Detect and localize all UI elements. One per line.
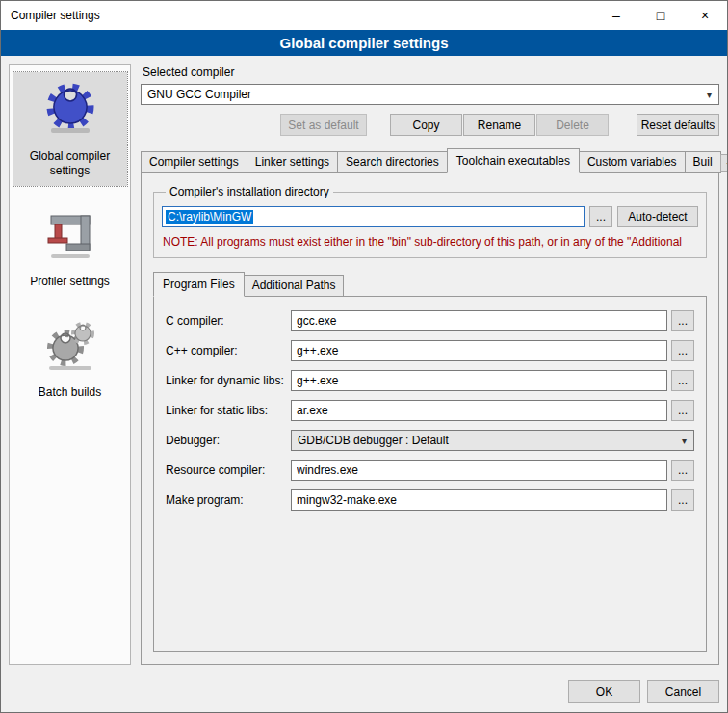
cancel-button[interactable]: Cancel: [647, 680, 719, 703]
maximize-button[interactable]: □: [638, 1, 683, 30]
c-compiler-input[interactable]: [291, 310, 667, 331]
dialog-footer: OK Cancel: [1, 673, 727, 712]
sidebar-item-label: Batch builds: [39, 385, 101, 400]
compiler-settings-window: Compiler settings – □ × Global compiler …: [0, 0, 728, 713]
dialog-body: Global compiler settings Profiler settin…: [1, 56, 727, 673]
program-files-tab-bar: Program Files Additional Paths: [153, 272, 707, 297]
dialog-header-title: Global compiler settings: [1, 30, 727, 56]
sidebar-item-profiler-settings[interactable]: Profiler settings: [13, 198, 127, 297]
c-compiler-browse-button[interactable]: ...: [671, 310, 694, 331]
sidebar-item-label: Profiler settings: [30, 275, 110, 289]
selected-compiler-value: GNU GCC Compiler: [147, 88, 251, 101]
blue-gear-icon: [39, 78, 101, 140]
settings-tab-bar: Compiler settings Linker settings Search…: [141, 148, 719, 173]
reset-defaults-button[interactable]: Reset defaults: [637, 114, 719, 136]
tab-custom-variables[interactable]: Custom variables: [579, 151, 686, 173]
window-title: Compiler settings: [1, 9, 100, 22]
sidebar-item-global-compiler-settings[interactable]: Global compiler settings: [13, 72, 127, 186]
window-controls: – □ ×: [594, 1, 727, 30]
installation-directory-input[interactable]: C:\raylib\MinGW: [162, 206, 585, 227]
tab-additional-paths[interactable]: Additional Paths: [244, 275, 345, 297]
chevron-down-icon: ▾: [707, 90, 712, 100]
static-linker-browse-button[interactable]: ...: [671, 400, 694, 421]
resource-compiler-browse-button[interactable]: ...: [671, 460, 694, 481]
ok-button[interactable]: OK: [568, 680, 640, 703]
resource-compiler-input[interactable]: [291, 460, 667, 481]
tab-program-files[interactable]: Program Files: [153, 272, 245, 297]
settings-category-sidebar: Global compiler settings Profiler settin…: [9, 64, 131, 665]
toolchain-fields: C compiler: ... C++ compiler: ... Linker…: [166, 310, 694, 511]
installation-directory-group-title: Compiler's installation directory: [166, 185, 333, 198]
installation-directory-value: C:\raylib\MinGW: [166, 210, 253, 224]
sidebar-item-label: Global compiler settings: [15, 149, 125, 178]
resource-compiler-label: Resource compiler:: [166, 463, 289, 477]
rename-button[interactable]: Rename: [463, 114, 535, 136]
copy-button[interactable]: Copy: [390, 114, 462, 136]
tab-build-options-truncated[interactable]: Buil: [685, 151, 721, 173]
debugger-label: Debugger:: [166, 434, 289, 447]
tab-search-directories[interactable]: Search directories: [337, 151, 448, 173]
selected-compiler-label: Selected compiler: [143, 66, 719, 79]
dynamic-linker-input[interactable]: [291, 370, 667, 391]
main-content: Selected compiler GNU GCC Compiler ▾ Set…: [141, 64, 719, 665]
make-program-input[interactable]: [291, 489, 667, 511]
close-button[interactable]: ×: [683, 1, 727, 30]
debugger-dropdown[interactable]: GDB/CDB debugger : Default ▾: [291, 430, 694, 451]
cpp-compiler-input[interactable]: [291, 340, 667, 361]
program-files-panel: C compiler: ... C++ compiler: ... Linker…: [153, 296, 707, 652]
tab-scroll-left-button[interactable]: ◄: [720, 154, 727, 172]
compiler-action-buttons: Set as default Copy Rename Delete Reset …: [141, 114, 719, 136]
installation-directory-group: Compiler's installation directory C:\ray…: [153, 185, 707, 258]
installation-directory-browse-button[interactable]: ...: [589, 206, 612, 227]
gray-gears-icon: [39, 314, 101, 376]
static-linker-label: Linker for static libs:: [166, 404, 289, 417]
minimize-button[interactable]: –: [594, 1, 638, 30]
tab-scroll-controls: ◄ ►: [720, 154, 727, 172]
debugger-value: GDB/CDB debugger : Default: [298, 434, 449, 447]
set-as-default-button[interactable]: Set as default: [280, 114, 367, 136]
sidebar-item-batch-builds[interactable]: Batch builds: [13, 308, 127, 408]
clamp-icon: [39, 203, 101, 265]
dynamic-linker-label: Linker for dynamic libs:: [166, 374, 289, 387]
cpp-compiler-browse-button[interactable]: ...: [671, 340, 694, 361]
c-compiler-label: C compiler:: [166, 314, 289, 328]
toolchain-executables-panel: Compiler's installation directory C:\ray…: [141, 172, 719, 665]
make-program-label: Make program:: [166, 493, 289, 507]
installation-directory-row: C:\raylib\MinGW ... Auto-detect: [162, 206, 698, 227]
auto-detect-button[interactable]: Auto-detect: [617, 206, 698, 227]
selected-compiler-dropdown[interactable]: GNU GCC Compiler ▾: [141, 84, 719, 105]
tab-linker-settings[interactable]: Linker settings: [247, 151, 338, 173]
tab-compiler-settings[interactable]: Compiler settings: [141, 151, 247, 173]
delete-button[interactable]: Delete: [536, 114, 609, 136]
make-program-browse-button[interactable]: ...: [671, 489, 694, 511]
static-linker-input[interactable]: [291, 400, 667, 421]
tab-toolchain-executables[interactable]: Toolchain executables: [447, 148, 580, 173]
titlebar[interactable]: Compiler settings – □ ×: [1, 1, 727, 30]
chevron-down-icon: ▾: [682, 436, 687, 446]
dynamic-linker-browse-button[interactable]: ...: [671, 370, 694, 391]
cpp-compiler-label: C++ compiler:: [166, 344, 289, 357]
bin-subdirectory-note: NOTE: All programs must exist either in …: [163, 235, 697, 249]
